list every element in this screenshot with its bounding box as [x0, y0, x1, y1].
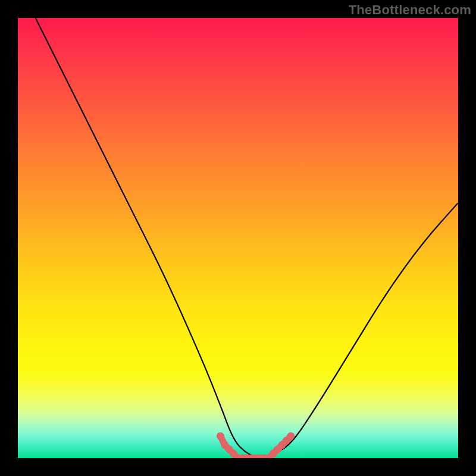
chart-frame: TheBottleneck.com — [0, 0, 476, 476]
watermark-text: TheBottleneck.com — [349, 2, 471, 18]
chart-overlay — [18, 18, 458, 458]
optimal-band-markers — [217, 433, 295, 459]
marker-dot — [287, 433, 295, 440]
plot-area — [18, 18, 458, 458]
curve-line — [36, 18, 458, 457]
bottleneck-curve — [36, 18, 458, 457]
